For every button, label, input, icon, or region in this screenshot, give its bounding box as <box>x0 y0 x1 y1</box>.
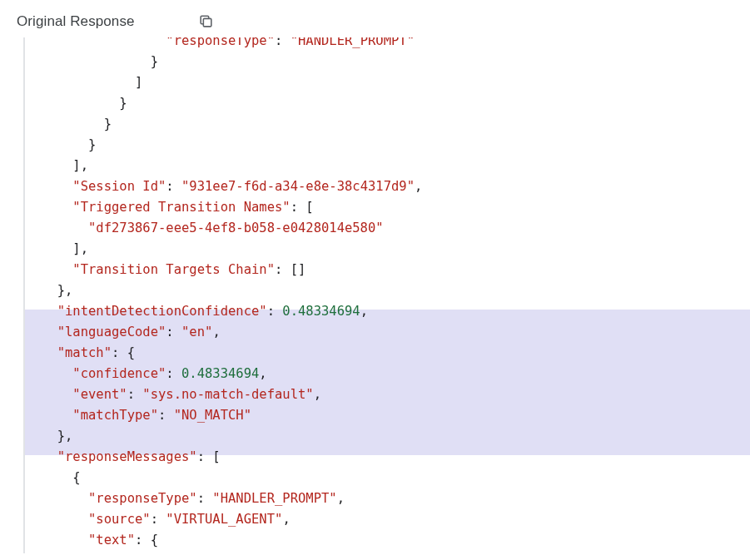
copy-button[interactable] <box>193 8 219 34</box>
copy-icon <box>198 13 214 29</box>
panel-title: Original Response <box>17 13 135 30</box>
svg-rect-0 <box>203 18 211 26</box>
json-code-block: "responseType": "HANDLER_PROMPT" } ] } }… <box>25 37 750 551</box>
panel-header: Original Response <box>0 0 750 37</box>
code-viewer[interactable]: "responseType": "HANDLER_PROMPT" } ] } }… <box>23 37 750 553</box>
